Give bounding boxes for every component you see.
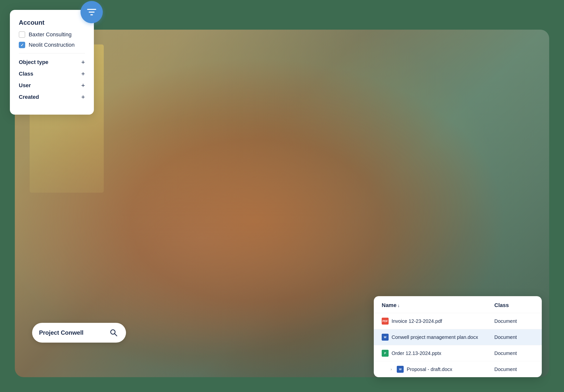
created-label: Created — [19, 94, 39, 100]
table-row[interactable]: W Conwell project management plan.docx D… — [374, 329, 542, 345]
filename: Order 12.13-2024.pptx — [392, 351, 441, 356]
object-type-label: Object type — [19, 59, 48, 65]
search-value: Project Conwell — [39, 329, 84, 336]
pptx-icon: P — [382, 350, 389, 357]
filter-button[interactable] — [81, 1, 103, 23]
row-class-cell: Document — [494, 367, 534, 372]
row-class-cell: Document — [494, 334, 534, 340]
created-plus-icon: + — [81, 93, 85, 101]
row-class-cell: Document — [494, 351, 534, 356]
baxter-label: Baxter Consulting — [29, 31, 72, 38]
filter-row-object-type[interactable]: Object type + — [19, 58, 85, 66]
filter-row-class[interactable]: Class + — [19, 70, 85, 78]
table-row[interactable]: › W Proposal - draft.docx Document — [383, 361, 542, 377]
object-type-plus-icon: + — [81, 58, 85, 66]
file-table-panel: Name↓ Class PDF Invoice 12-23-2024.pdf D… — [374, 296, 542, 377]
table-header: Name↓ Class — [374, 296, 542, 313]
filter-row-user[interactable]: User + — [19, 82, 85, 89]
divider-1 — [19, 53, 85, 53]
table-row[interactable]: P Order 12.13-2024.pptx Document — [374, 345, 542, 361]
col-name-header: Name↓ — [382, 302, 494, 309]
row-name-cell: PDF Invoice 12-23-2024.pdf — [382, 318, 494, 325]
filename: Invoice 12-23-2024.pdf — [392, 318, 442, 324]
user-label: User — [19, 82, 31, 89]
account-checkbox-neolit[interactable]: Neolit Construction — [19, 42, 85, 48]
col-class-header: Class — [494, 302, 534, 309]
account-section-title: Account — [19, 19, 85, 26]
search-bar[interactable]: Project Conwell — [32, 323, 126, 343]
row-class-cell: Document — [494, 318, 534, 324]
filter-panel: Account Baxter Consulting Neolit Constru… — [10, 10, 94, 115]
docx-icon: W — [397, 366, 404, 373]
chevron-right-icon: › — [391, 367, 392, 371]
sort-arrow[interactable]: ↓ — [397, 303, 400, 308]
svg-line-1 — [115, 334, 117, 336]
account-checkbox-baxter[interactable]: Baxter Consulting — [19, 31, 85, 38]
table-row[interactable]: PDF Invoice 12-23-2024.pdf Document — [374, 313, 542, 329]
pdf-icon: PDF — [382, 318, 389, 325]
docx-icon: W — [382, 334, 389, 341]
search-icon-wrap[interactable] — [108, 327, 119, 338]
row-name-cell: › W Proposal - draft.docx — [391, 366, 494, 373]
checkbox-baxter[interactable] — [19, 31, 25, 38]
class-plus-icon: + — [81, 70, 85, 78]
row-name-cell: P Order 12.13-2024.pptx — [382, 350, 494, 357]
user-plus-icon: + — [81, 82, 85, 89]
neolit-label: Neolit Construction — [29, 42, 75, 48]
search-icon — [109, 328, 118, 337]
class-label: Class — [19, 71, 33, 77]
filename: Proposal - draft.docx — [407, 367, 452, 372]
filter-row-created[interactable]: Created + — [19, 93, 85, 101]
filter-icon — [86, 7, 97, 18]
row-name-cell: W Conwell project management plan.docx — [382, 334, 494, 341]
checkbox-neolit[interactable] — [19, 42, 25, 48]
filename: Conwell project management plan.docx — [392, 334, 478, 340]
